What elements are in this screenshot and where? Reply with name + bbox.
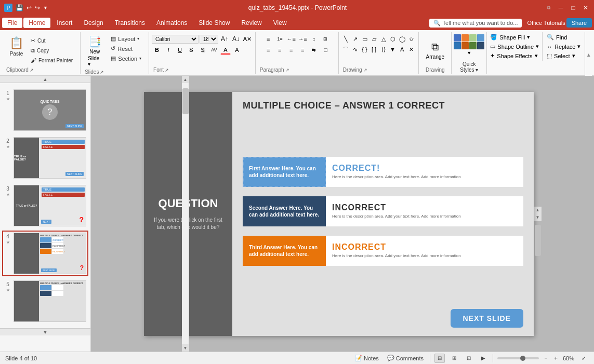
shape-brace[interactable]: { } bbox=[361, 45, 369, 53]
zoom-thumb[interactable] bbox=[520, 356, 525, 361]
left-scroll-up[interactable]: ▲ bbox=[182, 76, 189, 83]
left-scroll-down[interactable]: ▼ bbox=[182, 344, 189, 352]
qs-cell-5[interactable] bbox=[454, 42, 461, 49]
panel-scroll-down[interactable]: ▼ bbox=[0, 328, 90, 335]
menu-slideshow[interactable]: Slide Show bbox=[193, 18, 235, 28]
menu-file[interactable]: File bbox=[2, 18, 22, 28]
menu-home[interactable]: Home bbox=[23, 18, 50, 28]
qs-cell-8[interactable] bbox=[477, 42, 484, 49]
close-btn[interactable]: ✕ bbox=[582, 4, 590, 12]
shape-wave[interactable]: ∿ bbox=[351, 45, 360, 53]
slide-sorter-btn[interactable]: ⊞ bbox=[449, 354, 459, 363]
slide-item-5[interactable]: 5 ★ MULTIPLE CHOICE – ANSWER 2 CORRECT bbox=[2, 278, 88, 324]
highlight-btn[interactable]: A bbox=[232, 45, 242, 55]
answer-box-1[interactable]: First Answer Here. You can add additiona… bbox=[243, 157, 326, 187]
office-tutorials-btn[interactable]: Office Tutorials bbox=[527, 20, 565, 26]
qs-cell-4[interactable] bbox=[477, 34, 484, 42]
indent-dec-btn[interactable]: ←≡ bbox=[286, 34, 296, 44]
shape-circ[interactable]: ◯ bbox=[398, 35, 406, 43]
qs-cell-6[interactable] bbox=[461, 42, 469, 49]
menu-design[interactable]: Design bbox=[78, 18, 108, 28]
drawing-expand-icon[interactable]: ↗ bbox=[363, 68, 367, 73]
shape-arrow[interactable]: ↗ bbox=[351, 35, 360, 43]
shape-fill-btn[interactable]: 🪣 Shape Fill ▾ bbox=[489, 33, 540, 41]
spacing-btn[interactable]: AV bbox=[209, 45, 219, 55]
scroll-up-btn[interactable]: ▲ bbox=[534, 207, 542, 214]
share-btn[interactable]: Share bbox=[566, 18, 592, 28]
zoom-slider[interactable] bbox=[497, 357, 539, 359]
slide-item-3[interactable]: 3 ★ TRUE or FALSE? TRUE FALSE ? bbox=[2, 183, 88, 228]
slide-item-1[interactable]: 1 ★ QUIZ TABS ? NEXT SLIDE bbox=[2, 87, 88, 133]
copy-btn[interactable]: ⧉Copy bbox=[28, 46, 76, 55]
shape-extra[interactable]: ✕ bbox=[407, 45, 416, 53]
columns-btn[interactable]: ⊞ bbox=[320, 34, 331, 44]
menu-animations[interactable]: Animations bbox=[151, 18, 192, 28]
shape-effects-btn[interactable]: ✦ Shape Effects ▾ bbox=[489, 52, 540, 60]
layout-btn[interactable]: ▤ Layout ▾ bbox=[108, 34, 144, 43]
next-slide-btn[interactable]: NEXT SLIDE bbox=[451, 309, 523, 328]
slides-expand-icon[interactable]: ↗ bbox=[100, 70, 104, 75]
notes-btn[interactable]: 📝 Notes bbox=[353, 355, 381, 361]
bullets-btn[interactable]: ≡ bbox=[263, 34, 273, 44]
shape-line[interactable]: ╲ bbox=[342, 35, 350, 43]
justify-btn[interactable]: ≡ bbox=[297, 45, 308, 55]
search-box[interactable]: 🔍 Tell me what you want to do... bbox=[429, 19, 522, 28]
shape-curve[interactable]: ⌒ bbox=[342, 45, 350, 53]
maximize-btn[interactable]: □ bbox=[569, 4, 577, 12]
font-expand-icon[interactable]: ↗ bbox=[165, 68, 169, 73]
quick-styles-label[interactable]: QuickStyles ▾ bbox=[460, 61, 478, 73]
shape-tri[interactable]: △ bbox=[379, 35, 388, 43]
clipboard-expand-icon[interactable]: ↗ bbox=[30, 68, 34, 73]
shape-rect[interactable]: ▭ bbox=[361, 35, 369, 43]
strikethrough-btn[interactable]: S bbox=[186, 45, 196, 55]
font-name-select[interactable]: Calibri bbox=[152, 35, 199, 44]
redo-btn[interactable]: ↪ bbox=[35, 4, 40, 11]
smartart-btn[interactable]: ⇆ bbox=[309, 45, 319, 55]
select-btn[interactable]: ⬚ Select ▾ bbox=[546, 52, 582, 60]
reset-btn[interactable]: ↺ Reset bbox=[108, 44, 144, 53]
ribbon-collapse-btn[interactable]: ▲ bbox=[585, 32, 592, 78]
left-scroll-thumb[interactable] bbox=[182, 88, 189, 114]
reading-view-btn[interactable]: ⊡ bbox=[464, 354, 474, 363]
replace-btn[interactable]: ↔ Replace ▾ bbox=[546, 43, 582, 50]
slideshow-btn[interactable]: ▶ bbox=[478, 354, 489, 363]
section-btn[interactable]: ▤ Section ▾ bbox=[108, 54, 144, 63]
answer-box-3[interactable]: Third Answer Here. You can add additiona… bbox=[243, 236, 326, 266]
shape-textbox[interactable]: A bbox=[398, 45, 406, 53]
font-color-btn[interactable]: A bbox=[220, 45, 231, 55]
shape-rect2[interactable]: ▱ bbox=[370, 35, 378, 43]
menu-review[interactable]: Review bbox=[236, 18, 267, 28]
new-slide-btn[interactable]: 📑 New Slide ▾ bbox=[85, 34, 104, 68]
zoom-minus-btn[interactable]: － bbox=[543, 354, 549, 362]
find-btn[interactable]: 🔍 Find bbox=[546, 33, 582, 41]
indent-inc-btn[interactable]: →≡ bbox=[297, 34, 308, 44]
shape-bracket[interactable]: [ ] bbox=[370, 45, 378, 53]
numbering-btn[interactable]: 1≡ bbox=[274, 34, 285, 44]
align-center-btn[interactable]: ≡ bbox=[274, 45, 285, 55]
customize-btn[interactable]: ▼ bbox=[43, 5, 48, 10]
text-box-btn[interactable]: □ bbox=[320, 45, 331, 55]
shape-more[interactable]: ▼ bbox=[389, 45, 397, 53]
answer-box-2[interactable]: Second Answer Here. You can add addition… bbox=[243, 196, 326, 226]
menu-insert[interactable]: Insert bbox=[51, 18, 77, 28]
undo-btn[interactable]: ↩ bbox=[27, 4, 32, 11]
quick-save-btn[interactable]: 💾 bbox=[16, 4, 23, 11]
format-painter-btn[interactable]: 🖌Format Painter bbox=[28, 56, 76, 64]
line-spacing-btn[interactable]: ↕ bbox=[309, 34, 319, 44]
scroll-thumb[interactable] bbox=[535, 225, 541, 256]
shape-star[interactable]: ✩ bbox=[407, 35, 416, 43]
increase-font-btn[interactable]: A↑ bbox=[219, 34, 230, 44]
align-right-btn[interactable]: ≡ bbox=[286, 45, 296, 55]
slide-item-4[interactable]: 4 ★ MULTIPLE CHOICE – ANSWER 1 CORRECT C… bbox=[2, 231, 88, 276]
zoom-plus-btn[interactable]: ＋ bbox=[553, 354, 559, 362]
qs-cell-3[interactable] bbox=[469, 34, 477, 42]
panel-scroll-up[interactable]: ▲ bbox=[0, 76, 90, 83]
font-size-select[interactable]: 18 bbox=[200, 35, 218, 44]
decrease-font-btn[interactable]: A↓ bbox=[231, 34, 241, 44]
shape-hex[interactable]: ⬡ bbox=[389, 35, 397, 43]
align-left-btn[interactable]: ≡ bbox=[263, 45, 273, 55]
underline-btn[interactable]: U bbox=[175, 45, 185, 55]
shape-chevron[interactable]: ⟨⟩ bbox=[379, 45, 388, 53]
qs-cell-2[interactable] bbox=[461, 34, 469, 42]
menu-transitions[interactable]: Transitions bbox=[110, 18, 150, 28]
